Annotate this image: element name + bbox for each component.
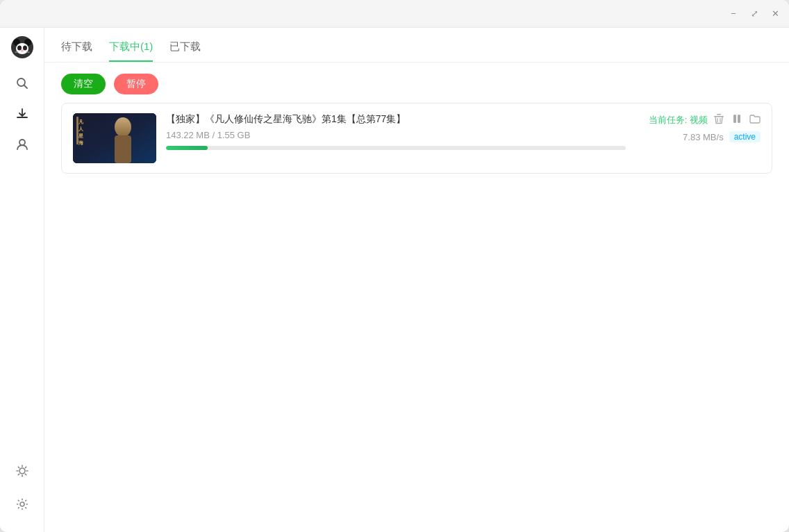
item-task-row: 当前任务: 视频 <box>649 113 761 127</box>
svg-point-6 <box>21 49 24 52</box>
user-icon <box>15 138 29 151</box>
pause-icon[interactable] <box>731 113 742 127</box>
restore-button[interactable]: ⤢ <box>749 8 760 19</box>
item-speed: 7.83 MB/s <box>683 132 724 142</box>
svg-line-19 <box>18 467 19 467</box>
item-right: 当前任务: 视频 <box>636 113 761 142</box>
tab-pending[interactable]: 待下载 <box>61 40 92 62</box>
panda-icon <box>10 35 35 60</box>
sidebar-item-user[interactable] <box>8 131 36 158</box>
svg-rect-37 <box>738 115 740 123</box>
svg-text:凡: 凡 <box>78 119 84 125</box>
action-bar: 清空 暂停 <box>44 63 789 103</box>
sidebar <box>0 28 44 532</box>
svg-rect-26 <box>115 135 131 163</box>
sidebar-bottom <box>8 457 36 526</box>
svg-line-21 <box>18 474 19 474</box>
status-badge: active <box>729 131 761 142</box>
thumb-inner: 凡 人 星 海 <box>73 113 156 163</box>
titlebar: − ⤢ ✕ <box>0 0 789 28</box>
svg-point-13 <box>19 140 25 145</box>
main-content: 待下载 下载中(1) 已下载 清空 暂停 <box>44 28 789 532</box>
svg-point-5 <box>23 46 27 51</box>
item-actions <box>713 113 761 127</box>
settings-icon <box>15 497 29 511</box>
svg-text:人: 人 <box>78 126 84 132</box>
folder-icon[interactable] <box>749 113 761 127</box>
logo <box>8 33 36 61</box>
download-item: 凡 人 星 海 【独家】《凡人修仙传之星海飞驰》第1集【总第77集】 143.2… <box>61 103 772 174</box>
svg-point-4 <box>17 46 22 51</box>
tabs-bar: 待下载 下载中(1) 已下载 <box>44 28 789 63</box>
item-thumbnail: 凡 人 星 海 <box>73 113 156 163</box>
svg-point-14 <box>19 468 25 474</box>
minimize-button[interactable]: − <box>728 8 739 19</box>
poster-art: 凡 人 星 海 <box>73 113 156 163</box>
svg-point-23 <box>20 502 24 506</box>
svg-line-20 <box>25 474 26 474</box>
svg-point-25 <box>115 117 131 137</box>
svg-rect-36 <box>733 115 736 123</box>
svg-text:星: 星 <box>78 133 83 139</box>
item-title: 【独家】《凡人修仙传之星海飞驰》第1集【总第77集】 <box>166 113 626 126</box>
progress-bar-background <box>166 146 626 150</box>
progress-bar-fill <box>166 146 208 150</box>
sidebar-item-brightness[interactable] <box>8 457 36 485</box>
sidebar-item-search[interactable] <box>8 69 36 97</box>
svg-text:海: 海 <box>78 140 84 146</box>
pause-button[interactable]: 暂停 <box>114 74 158 94</box>
item-info: 【独家】《凡人修仙传之星海飞驰》第1集【总第77集】 143.22 MB / 1… <box>166 113 626 150</box>
svg-line-22 <box>25 467 26 467</box>
tab-downloading[interactable]: 下载中(1) <box>109 40 153 62</box>
download-list: 凡 人 星 海 【独家】《凡人修仙传之星海飞驰》第1集【总第77集】 143.2… <box>44 103 789 532</box>
item-speed-row: 7.83 MB/s active <box>683 131 761 142</box>
tab-downloaded[interactable]: 已下载 <box>169 40 201 62</box>
search-icon <box>15 76 29 90</box>
close-button[interactable]: ✕ <box>770 8 781 19</box>
item-task-label: 当前任务: 视频 <box>649 114 708 126</box>
svg-rect-33 <box>717 114 721 115</box>
window-controls: − ⤢ ✕ <box>728 8 781 19</box>
sidebar-item-download[interactable] <box>8 100 36 128</box>
item-size: 143.22 MB / 1.55 GB <box>166 130 626 140</box>
clear-button[interactable]: 清空 <box>61 74 106 94</box>
delete-icon[interactable] <box>713 113 724 127</box>
app-window: − ⤢ ✕ <box>0 0 789 532</box>
sidebar-item-settings[interactable] <box>8 490 36 518</box>
download-icon <box>15 107 29 121</box>
svg-line-12 <box>24 85 27 89</box>
app-body: 待下载 下载中(1) 已下载 清空 暂停 <box>0 28 789 532</box>
brightness-icon <box>15 464 29 478</box>
